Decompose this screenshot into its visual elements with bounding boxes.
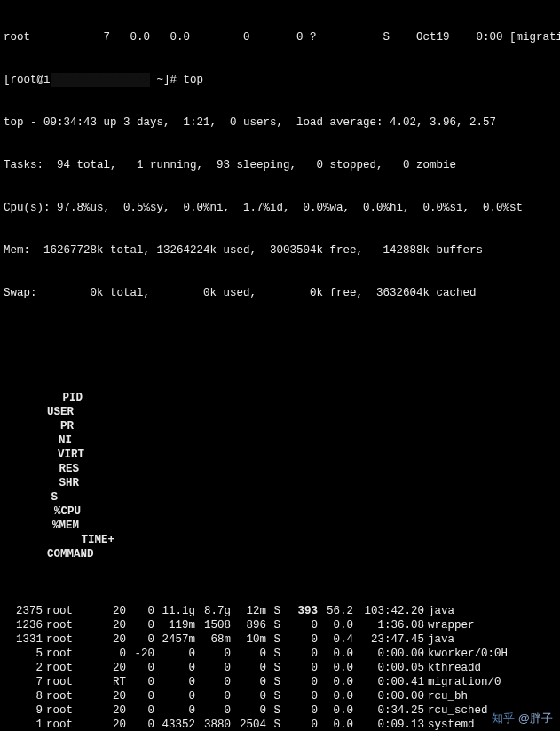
cell-user: root <box>43 632 96 647</box>
cell-cpu: 0 <box>280 618 318 632</box>
cell-shr: 0 <box>231 675 266 689</box>
cell-s: S <box>266 689 280 703</box>
col-virt: VIRT <box>43 448 84 462</box>
cell-pr: 20 <box>96 689 126 703</box>
cell-res: 0 <box>195 675 231 689</box>
cell-user: root <box>43 604 96 618</box>
cell-time: 23:47.45 <box>353 632 424 647</box>
table-row: 2375root20011.1g8.7g12mS39356.2103:42.20… <box>4 604 556 618</box>
cell-s: S <box>266 718 280 731</box>
cell-time: 103:42.20 <box>353 604 424 618</box>
cell-user: root <box>43 689 96 703</box>
cell-shr: 0 <box>231 689 266 703</box>
table-header: PID USER PR NI VIRT RES SHR S %CPU %MEM … <box>4 377 556 576</box>
cell-pr: 20 <box>96 604 126 618</box>
cell-s: S <box>266 661 280 675</box>
cell-virt: 2457m <box>154 632 195 647</box>
cell-res: 0 <box>195 661 231 675</box>
cell-cmd: wrapper <box>424 618 543 632</box>
cell-pr: RT <box>96 675 126 689</box>
cell-pr: 20 <box>96 618 126 632</box>
cell-ni: -20 <box>126 647 154 661</box>
cell-mem: 0.0 <box>318 689 353 703</box>
cell-pr: 20 <box>96 632 126 647</box>
cell-mem: 0.0 <box>318 675 353 689</box>
watermark-at: @ <box>518 711 530 725</box>
cell-virt: 11.1g <box>154 604 195 618</box>
cell-virt: 0 <box>154 675 195 689</box>
cell-mem: 0.0 <box>318 647 353 661</box>
hostname-redacted: xxxxxxxxxxxxxxx <box>51 73 151 87</box>
cell-res: 8.7g <box>195 604 231 618</box>
table-row: 1331root2002457m68m10mS00.423:47.45java <box>4 632 556 647</box>
cell-pr: 0 <box>96 647 126 661</box>
table-row: 9root200000S00.00:34.25rcu_sched <box>4 703 556 718</box>
cell-s: S <box>266 632 280 647</box>
cell-ni: 0 <box>126 675 154 689</box>
col-mem: %MEM <box>43 519 79 533</box>
cell-cmd: rcu_bh <box>424 689 543 703</box>
cell-shr: 0 <box>231 703 266 718</box>
table-row: 2root200000S00.00:00.05kthreadd <box>4 661 556 675</box>
cell-pid: 2 <box>4 661 43 675</box>
process-table: PID USER PR NI VIRT RES SHR S %CPU %MEM … <box>4 348 556 731</box>
cell-user: root <box>43 675 96 689</box>
cell-mem: 0.0 <box>318 703 353 718</box>
cell-cpu: 0 <box>280 632 318 647</box>
cell-s: S <box>266 618 280 632</box>
cell-ni: 0 <box>126 618 154 632</box>
table-row: 1root2004335238802504S00.00:09.13systemd <box>4 718 556 731</box>
cell-pid: 9 <box>4 703 43 718</box>
col-pid: PID <box>43 391 83 405</box>
cell-time: 0:00.05 <box>353 661 424 675</box>
cell-virt: 0 <box>154 689 195 703</box>
cell-mem: 0.0 <box>318 718 353 731</box>
cell-res: 0 <box>195 647 231 661</box>
cell-time: 0:34.25 <box>353 703 424 718</box>
cell-cpu: 0 <box>280 675 318 689</box>
cell-s: S <box>266 647 280 661</box>
col-shr: SHR <box>43 476 79 490</box>
col-time: TIME+ <box>43 533 114 547</box>
cell-cpu: 0 <box>280 703 318 718</box>
summary-line-3: Cpu(s): 97.8%us, 0.5%sy, 0.0%ni, 1.7%id,… <box>4 201 556 215</box>
cell-mem: 56.2 <box>318 604 353 618</box>
cell-pid: 2375 <box>4 604 43 618</box>
cell-pid: 8 <box>4 689 43 703</box>
cell-ni: 0 <box>126 661 154 675</box>
cell-time: 0:09.13 <box>353 718 424 731</box>
cell-virt: 43352 <box>154 718 195 731</box>
cell-s: S <box>266 604 280 618</box>
cell-ni: 0 <box>126 689 154 703</box>
cell-pid: 1236 <box>4 618 43 632</box>
cell-time: 0:00.41 <box>353 675 424 689</box>
col-user: USER <box>43 405 97 419</box>
cell-res: 3880 <box>195 718 231 731</box>
cell-user: root <box>43 718 96 731</box>
cell-res: 1508 <box>195 618 231 632</box>
cell-cpu: 0 <box>280 661 318 675</box>
terminal[interactable]: root 7 0.0 0.0 0 0 ? S Oct19 0:00 [migra… <box>0 0 560 731</box>
cell-cmd: kthreadd <box>424 661 543 675</box>
cell-ni: 0 <box>126 703 154 718</box>
summary-line-5: Swap: 0k total, 0k used, 0k free, 363260… <box>4 286 556 300</box>
cell-pid: 1 <box>4 718 43 731</box>
cell-cpu: 0 <box>280 718 318 731</box>
col-cmd: COMMAND <box>43 547 162 561</box>
col-s: S <box>43 490 58 505</box>
watermark-name: 胖子 <box>530 711 553 725</box>
cell-mem: 0.4 <box>318 632 353 647</box>
cell-shr: 2504 <box>231 718 266 731</box>
cell-shr: 896 <box>231 618 266 632</box>
prompt-line: [root@ixxxxxxxxxxxxxxx ~]# top <box>4 73 556 87</box>
cell-pid: 1331 <box>4 632 43 647</box>
cell-cmd: migration/0 <box>424 675 543 689</box>
cell-ni: 0 <box>126 632 154 647</box>
table-row: 8root200000S00.00:00.00rcu_bh <box>4 689 556 703</box>
cell-virt: 0 <box>154 647 195 661</box>
cell-shr: 0 <box>231 647 266 661</box>
col-res: RES <box>43 462 79 476</box>
table-row: 7rootRT0000S00.00:00.41migration/0 <box>4 675 556 689</box>
cell-cmd: kworker/0:0H <box>424 647 543 661</box>
cell-pr: 20 <box>96 718 126 731</box>
